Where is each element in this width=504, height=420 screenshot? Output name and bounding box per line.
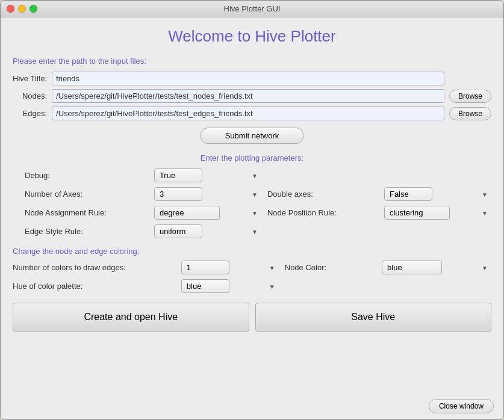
hue-select[interactable]: blueredgreenpurpleorange	[181, 279, 229, 293]
input-section-label: Please enter the path to the input files…	[13, 57, 491, 66]
edges-input[interactable]	[52, 107, 444, 120]
params-section: Enter the plotting parameters: Debug: Tr…	[13, 153, 491, 238]
node-assign-select-wrapper: degreebetweennessclustering ▼	[154, 206, 261, 220]
submit-row: Submit network	[13, 128, 491, 144]
coloring-section: Change the node and edge coloring: Numbe…	[13, 247, 491, 293]
debug-label: Debug:	[25, 171, 148, 180]
edge-style-label: Edge Style Rule:	[25, 227, 148, 236]
edges-browse-button[interactable]: Browse	[449, 107, 491, 120]
double-axes-arrow: ▼	[482, 191, 488, 197]
nodes-browse-button[interactable]: Browse	[449, 90, 491, 103]
node-pos-arrow: ▼	[482, 209, 488, 216]
double-axes-select[interactable]: True False	[384, 187, 432, 201]
nodes-label: Nodes:	[13, 91, 47, 100]
input-form: Hive Title: Nodes: Browse Edges: Browse	[13, 72, 491, 120]
submit-button[interactable]: Submit network	[201, 128, 304, 144]
save-hive-button[interactable]: Save Hive	[255, 303, 492, 332]
node-assign-arrow: ▼	[252, 209, 258, 216]
node-assign-label: Node Assignment Rule:	[25, 208, 148, 217]
coloring-section-label: Change the node and edge coloring:	[13, 247, 139, 256]
num-axes-arrow: ▼	[252, 191, 258, 197]
num-axes-select-wrapper: 12345 ▼	[154, 187, 261, 201]
hive-title-label: Hive Title:	[13, 74, 47, 83]
traffic-lights	[7, 5, 37, 13]
titlebar-text: Hive Plotter GUI	[224, 4, 281, 13]
coloring-grid: Number of colors to draw edges: 12345 ▼ …	[13, 261, 491, 293]
action-row: Create and open Hive Save Hive	[13, 303, 491, 332]
bottom-bar: Close window	[1, 395, 503, 419]
params-section-label: Enter the plotting parameters:	[201, 153, 303, 162]
debug-select[interactable]: True False	[154, 168, 202, 182]
edge-style-select[interactable]: uniformgradientvarying	[154, 224, 202, 238]
node-color-select[interactable]: blueredgreenpurpleorange	[382, 261, 442, 274]
node-pos-label: Node Position Rule:	[267, 208, 378, 217]
content-area: Welcome to Hive Plotter Please enter the…	[1, 17, 503, 395]
hue-arrow: ▼	[269, 283, 275, 289]
num-colors-select-wrapper: 12345 ▼	[181, 261, 279, 274]
node-pos-select-wrapper: degreebetweennessclustering ▼	[384, 206, 491, 220]
num-colors-label: Number of colors to draw edges:	[13, 263, 175, 272]
edges-label: Edges:	[13, 109, 47, 118]
debug-select-wrapper: True False ▼	[154, 168, 261, 182]
debug-select-arrow: ▼	[252, 172, 258, 179]
edge-style-arrow: ▼	[252, 228, 258, 235]
node-pos-select[interactable]: degreebetweennessclustering	[384, 206, 450, 220]
page-title: Welcome to Hive Plotter	[13, 27, 491, 46]
double-axes-label: Double axes:	[267, 190, 378, 199]
hue-label: Hue of color palette:	[13, 282, 175, 291]
num-colors-arrow: ▼	[269, 264, 275, 271]
node-assign-select[interactable]: degreebetweennessclustering	[154, 206, 220, 220]
maximize-traffic-light[interactable]	[30, 5, 37, 13]
nodes-input[interactable]	[52, 89, 444, 103]
num-axes-label: Number of Axes:	[25, 190, 148, 199]
double-axes-select-wrapper: True False ▼	[384, 187, 491, 201]
node-color-select-wrapper: blueredgreenpurpleorange ▼	[382, 261, 491, 274]
create-hive-button[interactable]: Create and open Hive	[13, 303, 249, 332]
edge-style-select-wrapper: uniformgradientvarying ▼	[154, 224, 261, 238]
close-window-button[interactable]: Close window	[429, 399, 494, 413]
hue-select-wrapper: blueredgreenpurpleorange ▼	[181, 279, 279, 293]
titlebar: Hive Plotter GUI	[1, 1, 503, 17]
minimize-traffic-light[interactable]	[18, 5, 26, 13]
main-window: Hive Plotter GUI Welcome to Hive Plotter…	[0, 0, 504, 420]
node-color-arrow: ▼	[482, 264, 488, 271]
num-axes-select[interactable]: 12345	[154, 187, 202, 201]
hive-title-input[interactable]	[52, 72, 444, 85]
num-colors-select[interactable]: 12345	[181, 261, 229, 274]
params-grid: Debug: True False ▼ Number of Axes: 1234…	[13, 168, 491, 238]
close-traffic-light[interactable]	[7, 5, 14, 13]
node-color-label: Node Color:	[285, 263, 376, 272]
